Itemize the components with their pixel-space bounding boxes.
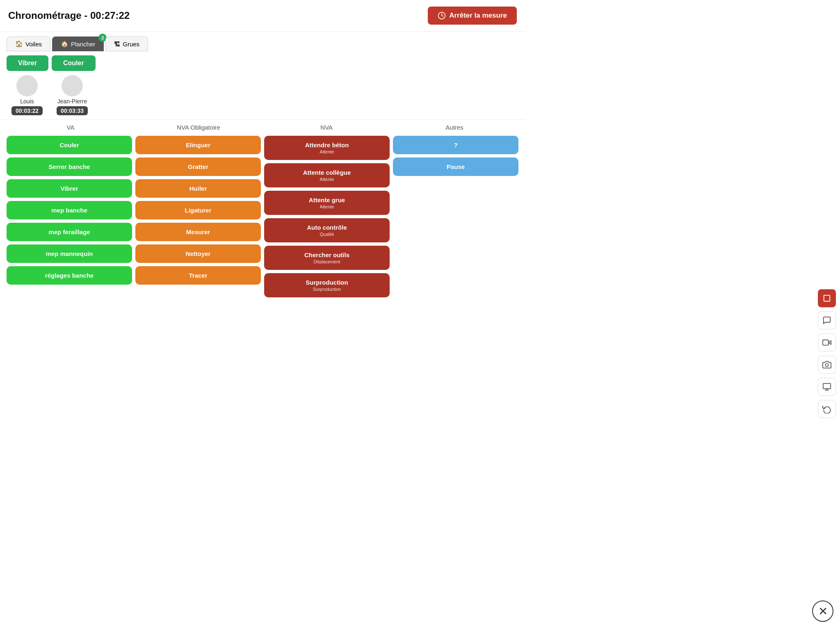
nva-attente-grue[interactable]: Attente grue Attente [264,191,390,215]
autres-column: ? Pause [393,136,518,176]
categories-header: VA NVA Obligatoire NVA Autres [0,120,525,132]
activities-grid: Couler Serrer banche Vibrer mep banche m… [0,132,525,301]
tab-grues[interactable]: 🏗 Grues [105,37,148,51]
autres-question[interactable]: ? [393,136,518,154]
louis-avatar [16,75,38,96]
cat-autres: Autres [390,124,518,131]
va-mep-banche[interactable]: mep banche [7,201,132,219]
tab-voiles-label: Voiles [25,41,42,48]
va-couler[interactable]: Couler [7,136,132,154]
tab-plancher-label: Plancher [71,41,95,48]
cat-va: VA [7,124,135,131]
tab-plancher[interactable]: 🏠 Plancher 2 [52,37,104,51]
couler-button[interactable]: Couler [52,55,96,71]
nva-obligatoire-column: Elinguer Gratter Huiler Ligaturer Mesure… [135,136,261,285]
workers-section: Vibrer Couler Louis 00:03:22 Jean-Pierre… [0,51,525,120]
nva-column: Attendre béton Attente Attente collègue … [264,136,390,297]
nva-attente-collegue[interactable]: Attente collègue Attente [264,163,390,187]
stop-button[interactable]: Arrêter la mesure [428,7,517,25]
va-mep-feraillage[interactable]: mep feraillage [7,223,132,241]
stop-button-label: Arrêter la mesure [449,11,507,20]
jean-pierre-avatar [62,75,83,96]
nva-obl-huiler[interactable]: Huiler [135,179,261,198]
va-vibrer[interactable]: Vibrer [7,179,132,198]
page-title: Chronométrage - 00:27:22 [8,10,130,21]
nva-obl-elinguer[interactable]: Elinguer [135,136,261,154]
nva-attendre-beton[interactable]: Attendre béton Attente [264,136,390,160]
nva-obl-nettoyer[interactable]: Nettoyer [135,244,261,263]
va-column: Couler Serrer banche Vibrer mep banche m… [7,136,132,285]
jean-pierre-name: Jean-Pierre [57,98,87,105]
va-mep-mannequin[interactable]: mep mannequin [7,244,132,263]
cat-nva: NVA [262,124,390,131]
header: Chronométrage - 00:27:22 Arrêter la mesu… [0,0,525,32]
jean-pierre-time: 00:03:33 [57,106,88,115]
worker-jean-pierre: Jean-Pierre 00:03:33 [52,75,93,115]
cat-nva-obl: NVA Obligatoire [135,124,262,131]
autres-pause[interactable]: Pause [393,158,518,176]
va-reglages-banche[interactable]: réglages banche [7,266,132,285]
grues-icon: 🏗 [114,41,120,48]
nva-obl-tracer[interactable]: Tracer [135,266,261,285]
tabs-bar: 🏠 Voiles 🏠 Plancher 2 🏗 Grues [0,32,525,51]
nva-chercher-outils[interactable]: Chercher outils Déplacement [264,246,390,270]
workers-list: Louis 00:03:22 Jean-Pierre 00:03:33 [7,75,518,115]
worker-actions: Vibrer Couler [7,55,518,71]
va-serrer-banche[interactable]: Serrer banche [7,158,132,176]
plancher-icon: 🏠 [61,40,68,48]
tab-voiles[interactable]: 🏠 Voiles [7,37,50,51]
louis-time: 00:03:22 [11,106,43,115]
nva-obl-gratter[interactable]: Gratter [135,158,261,176]
nva-surproduction[interactable]: Surproduction Surproduction [264,273,390,297]
tab-grues-label: Grues [123,41,139,48]
nva-auto-controle[interactable]: Auto contrôle Qualité [264,218,390,242]
nva-obl-ligaturer[interactable]: Ligaturer [135,201,261,219]
vibrer-button[interactable]: Vibrer [7,55,48,71]
nva-obl-mesurer[interactable]: Mesurer [135,223,261,241]
louis-name: Louis [20,98,34,105]
voiles-icon: 🏠 [15,40,23,48]
worker-louis: Louis 00:03:22 [7,75,48,115]
